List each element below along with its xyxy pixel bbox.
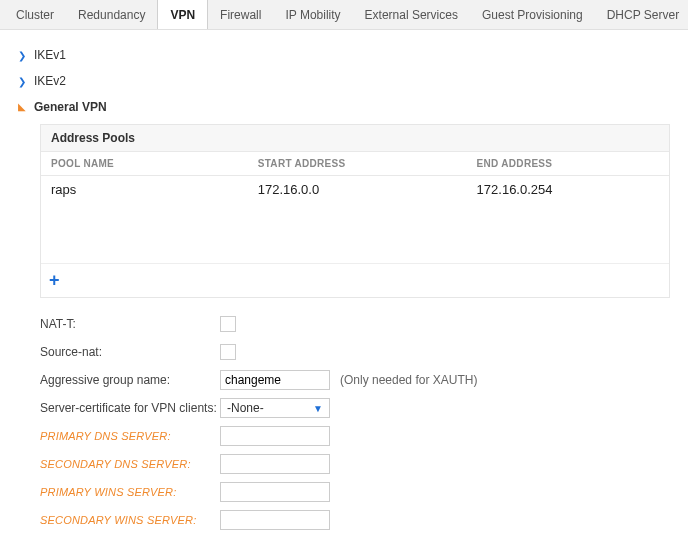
checkbox-source-nat[interactable] [220,344,236,360]
col-end-address: END ADDRESS [477,158,659,169]
tab-firewall[interactable]: Firewall [208,0,273,29]
label-server-cert: Server-certificate for VPN clients: [40,401,220,415]
input-secondary-dns[interactable] [220,454,330,474]
col-pool-name: POOL NAME [51,158,258,169]
row-nat-t: NAT-T: [40,312,670,336]
row-server-cert: Server-certificate for VPN clients: -Non… [40,396,670,420]
select-server-cert-value: -None- [227,401,264,415]
chevron-down-icon: ▼ [313,403,323,414]
tab-dhcp-server[interactable]: DHCP Server [595,0,688,29]
general-vpn-form: NAT-T: Source-nat: Aggressive group name… [40,312,670,532]
cell-start-address: 172.16.0.0 [258,182,477,197]
row-secondary-wins: SECONDARY WINS SERVER: [40,508,670,532]
tab-redundancy[interactable]: Redundancy [66,0,157,29]
row-primary-dns: PRIMARY DNS SERVER: [40,424,670,448]
input-primary-dns[interactable] [220,426,330,446]
chevron-right-icon: ❯ [18,76,28,87]
add-pool-row: + [41,263,669,297]
section-ikev1-label: IKEv1 [34,48,66,62]
section-ikev2-label: IKEv2 [34,74,66,88]
section-ikev1[interactable]: ❯ IKEv1 [18,42,670,68]
input-secondary-wins[interactable] [220,510,330,530]
cell-pool-name: raps [51,182,258,197]
caret-down-icon: ◣ [18,101,28,112]
address-pools-panel: Address Pools POOL NAME START ADDRESS EN… [40,124,670,298]
table-row[interactable]: raps 172.16.0.0 172.16.0.254 [41,176,669,203]
cell-end-address: 172.16.0.254 [477,182,659,197]
section-general-vpn[interactable]: ◣ General VPN [18,94,670,120]
section-ikev2[interactable]: ❯ IKEv2 [18,68,670,94]
label-primary-dns: PRIMARY DNS SERVER: [40,430,220,442]
tab-vpn[interactable]: VPN [157,0,208,29]
hint-aggressive-group: (Only needed for XAUTH) [340,373,477,387]
label-secondary-wins: SECONDARY WINS SERVER: [40,514,220,526]
address-pools-header-row: POOL NAME START ADDRESS END ADDRESS [41,152,669,176]
content-area: ❯ IKEv1 ❯ IKEv2 ◣ General VPN Address Po… [0,30,688,539]
label-primary-wins: PRIMARY WINS SERVER: [40,486,220,498]
label-secondary-dns: SECONDARY DNS SERVER: [40,458,220,470]
tab-guest-provisioning[interactable]: Guest Provisioning [470,0,595,29]
table-empty-space [41,203,669,263]
section-general-vpn-label: General VPN [34,100,107,114]
label-aggressive-group: Aggressive group name: [40,373,220,387]
top-tabs: Cluster Redundancy VPN Firewall IP Mobil… [0,0,688,30]
row-source-nat: Source-nat: [40,340,670,364]
label-nat-t: NAT-T: [40,317,220,331]
input-primary-wins[interactable] [220,482,330,502]
input-aggressive-group[interactable] [220,370,330,390]
col-start-address: START ADDRESS [258,158,477,169]
address-pools-title: Address Pools [41,125,669,152]
row-primary-wins: PRIMARY WINS SERVER: [40,480,670,504]
checkbox-nat-t[interactable] [220,316,236,332]
general-vpn-body: Address Pools POOL NAME START ADDRESS EN… [40,124,670,532]
row-aggressive-group: Aggressive group name: (Only needed for … [40,368,670,392]
tab-cluster[interactable]: Cluster [4,0,66,29]
select-server-cert[interactable]: -None- ▼ [220,398,330,418]
label-source-nat: Source-nat: [40,345,220,359]
tab-external-services[interactable]: External Services [353,0,470,29]
row-secondary-dns: SECONDARY DNS SERVER: [40,452,670,476]
tab-ip-mobility[interactable]: IP Mobility [273,0,352,29]
chevron-right-icon: ❯ [18,50,28,61]
add-pool-button[interactable]: + [49,270,60,290]
